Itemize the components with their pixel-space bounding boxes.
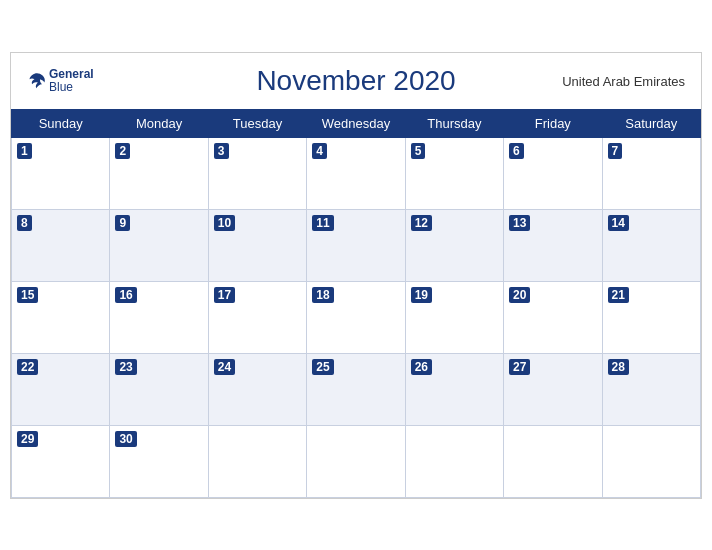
table-row: 24	[208, 353, 306, 425]
table-row	[602, 425, 700, 497]
calendar: General Blue November 2020 United Arab E…	[10, 52, 702, 499]
day-number: 21	[608, 287, 629, 303]
day-number: 15	[17, 287, 38, 303]
day-number: 22	[17, 359, 38, 375]
table-row: 25	[307, 353, 405, 425]
day-number: 1	[17, 143, 32, 159]
table-row	[208, 425, 306, 497]
header-sunday: Sunday	[12, 109, 110, 137]
day-number: 28	[608, 359, 629, 375]
table-row: 20	[504, 281, 602, 353]
table-row: 2	[110, 137, 208, 209]
day-number: 23	[115, 359, 136, 375]
table-row: 18	[307, 281, 405, 353]
day-number: 18	[312, 287, 333, 303]
day-number: 26	[411, 359, 432, 375]
table-row: 11	[307, 209, 405, 281]
bird-icon	[27, 71, 47, 91]
day-number: 6	[509, 143, 524, 159]
day-number: 4	[312, 143, 327, 159]
day-number: 8	[17, 215, 32, 231]
table-row: 29	[12, 425, 110, 497]
header-thursday: Thursday	[405, 109, 503, 137]
day-number: 9	[115, 215, 130, 231]
table-row: 13	[504, 209, 602, 281]
header-monday: Monday	[110, 109, 208, 137]
table-row	[405, 425, 503, 497]
table-row: 21	[602, 281, 700, 353]
table-row: 17	[208, 281, 306, 353]
calendar-title: November 2020	[256, 65, 455, 97]
calendar-week-row: 2930	[12, 425, 701, 497]
table-row: 16	[110, 281, 208, 353]
table-row: 4	[307, 137, 405, 209]
region-label: United Arab Emirates	[562, 73, 685, 88]
calendar-header: General Blue November 2020 United Arab E…	[11, 53, 701, 109]
calendar-table: Sunday Monday Tuesday Wednesday Thursday…	[11, 109, 701, 498]
day-number: 10	[214, 215, 235, 231]
table-row: 30	[110, 425, 208, 497]
day-number: 29	[17, 431, 38, 447]
header-tuesday: Tuesday	[208, 109, 306, 137]
table-row: 6	[504, 137, 602, 209]
day-number: 13	[509, 215, 530, 231]
day-number: 25	[312, 359, 333, 375]
logo-blue-text: Blue	[49, 81, 94, 94]
day-number: 3	[214, 143, 229, 159]
day-number: 2	[115, 143, 130, 159]
calendar-week-row: 22232425262728	[12, 353, 701, 425]
calendar-week-row: 1234567	[12, 137, 701, 209]
table-row: 28	[602, 353, 700, 425]
header-friday: Friday	[504, 109, 602, 137]
table-row: 22	[12, 353, 110, 425]
day-number: 12	[411, 215, 432, 231]
table-row: 27	[504, 353, 602, 425]
calendar-week-row: 891011121314	[12, 209, 701, 281]
table-row: 12	[405, 209, 503, 281]
table-row: 23	[110, 353, 208, 425]
table-row: 8	[12, 209, 110, 281]
table-row: 5	[405, 137, 503, 209]
day-number: 19	[411, 287, 432, 303]
table-row: 1	[12, 137, 110, 209]
table-row: 26	[405, 353, 503, 425]
table-row: 10	[208, 209, 306, 281]
header-saturday: Saturday	[602, 109, 700, 137]
day-number: 7	[608, 143, 623, 159]
table-row: 15	[12, 281, 110, 353]
day-number: 27	[509, 359, 530, 375]
logo: General Blue	[27, 67, 94, 93]
table-row	[307, 425, 405, 497]
table-row: 9	[110, 209, 208, 281]
weekday-header-row: Sunday Monday Tuesday Wednesday Thursday…	[12, 109, 701, 137]
header-wednesday: Wednesday	[307, 109, 405, 137]
day-number: 20	[509, 287, 530, 303]
day-number: 24	[214, 359, 235, 375]
day-number: 11	[312, 215, 333, 231]
table-row: 7	[602, 137, 700, 209]
table-row: 14	[602, 209, 700, 281]
table-row: 3	[208, 137, 306, 209]
table-row: 19	[405, 281, 503, 353]
day-number: 5	[411, 143, 426, 159]
day-number: 16	[115, 287, 136, 303]
day-number: 17	[214, 287, 235, 303]
calendar-week-row: 15161718192021	[12, 281, 701, 353]
day-number: 14	[608, 215, 629, 231]
day-number: 30	[115, 431, 136, 447]
table-row	[504, 425, 602, 497]
